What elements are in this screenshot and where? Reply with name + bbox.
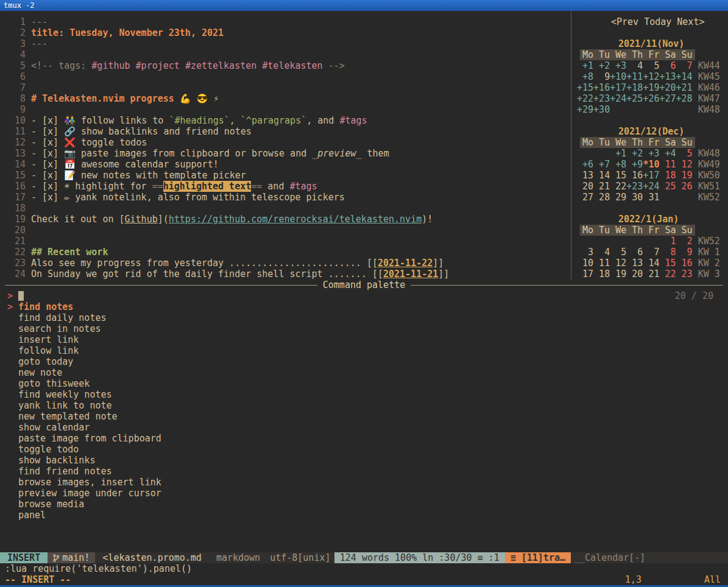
editor-line[interactable]: 12- [x] ❌ toggle todos [0,137,571,148]
calendar-day[interactable]: +23 [626,181,643,192]
calendar-day[interactable]: +8 [577,71,593,82]
calendar-day[interactable]: 20 [626,269,643,279]
calendar-day[interactable]: +30 [593,104,610,115]
calendar-day[interactable]: 18 [659,170,676,181]
calendar-day[interactable]: +17 [643,170,659,181]
calendar-day[interactable]: +23 [593,93,610,104]
palette-item[interactable]: yank link to note [0,400,728,411]
calendar-day[interactable]: 8 [659,247,676,258]
calendar-day[interactable]: 30 [626,192,643,203]
calendar-today-button[interactable]: Today [644,16,671,27]
calendar-day[interactable]: +3 [610,60,626,71]
calendar-prev-button[interactable]: <Prev [611,16,638,27]
editor-line[interactable]: 19Check it out on [Github](https://githu… [0,214,571,225]
palette-item[interactable]: insert link [0,334,728,345]
calendar-day[interactable]: 12 [610,258,626,269]
calendar-day[interactable]: 29 [610,192,626,203]
calendar-day[interactable]: 26 [676,181,693,192]
palette-prompt[interactable]: > 20 / 20 [0,290,728,301]
calendar-day[interactable]: +2 [626,148,643,159]
calendar-day[interactable]: +15 [577,82,593,93]
calendar-next-button[interactable]: Next> [677,16,704,27]
palette-item[interactable]: show backlinks [0,455,728,466]
calendar-day[interactable]: 7 [676,60,693,71]
calendar-day[interactable]: +1 [577,60,593,71]
editor-line[interactable]: 15- [x] 📝 new notes with template picker [0,170,571,181]
palette-item[interactable]: paste image from clipboard [0,433,728,444]
editor-line[interactable]: 3--- [0,38,571,49]
calendar-day[interactable]: 17 [577,269,593,279]
calendar-day[interactable]: 1 [659,236,676,247]
calendar-day[interactable]: +10 [610,71,626,82]
calendar-day[interactable]: +7 [593,159,610,170]
calendar-day[interactable]: 6 [626,247,643,258]
calendar-day[interactable]: 22 [659,269,676,279]
calendar-day[interactable]: +9 [626,159,643,170]
editor-line[interactable]: 1--- [0,16,571,27]
palette-item[interactable]: find weekly notes [0,389,728,400]
calendar-day[interactable]: 11 [659,159,676,170]
editor-line[interactable]: 20 [0,225,571,236]
calendar-day[interactable]: +29 [577,104,593,115]
calendar-day[interactable]: 5 [610,247,626,258]
editor-line[interactable]: 10- [x] 👫 follow links to `#headings`, `… [0,115,571,126]
palette-item[interactable]: goto thisweek [0,378,728,389]
calendar-day[interactable]: +18 [626,82,643,93]
calendar-day[interactable]: +1 [610,148,626,159]
palette-item[interactable]: show calendar [0,422,728,433]
calendar-day[interactable]: +11 [626,71,643,82]
calendar-day[interactable]: +19 [643,82,659,93]
editor-line[interactable]: 13- [x] 📷 paste images from clipboard or… [0,148,571,159]
command-line[interactable]: :lua require('telekasten').panel() [0,563,728,574]
calendar-day[interactable]: +14 [676,71,693,82]
palette-item[interactable]: toggle todo [0,444,728,455]
calendar-day[interactable]: +24 [610,93,626,104]
calendar-day[interactable]: 31 [643,192,659,203]
calendar-day[interactable]: 13 [577,170,593,181]
editor-line[interactable]: 11- [x] 🔗 show backlinks and friend note… [0,126,571,137]
palette-selected-item[interactable]: > find notes [0,301,728,312]
palette-item[interactable]: panel [0,510,728,521]
editor-line[interactable]: 22## Recent work [0,247,571,258]
calendar-day[interactable]: 16 [626,170,643,181]
calendar-day[interactable]: 28 [593,192,610,203]
calendar-day[interactable]: 19 [610,269,626,279]
calendar-day[interactable]: 4 [593,247,610,258]
calendar-day[interactable]: +16 [593,82,610,93]
calendar-day[interactable]: 21 [643,269,659,279]
calendar-day[interactable]: 15 [659,258,676,269]
palette-item[interactable]: new note [0,367,728,378]
editor-line[interactable]: 6 [0,71,571,82]
editor-line[interactable]: 18 [0,203,571,214]
calendar-day[interactable]: +4 [659,148,676,159]
calendar-day[interactable]: 12 [676,159,693,170]
editor-line[interactable]: 17- [x] ✏ yank notelink, also from withi… [0,192,571,203]
calendar-day[interactable]: 13 [626,258,643,269]
calendar-day[interactable]: +21 [676,82,693,93]
calendar-day[interactable]: +27 [659,93,676,104]
calendar-day[interactable]: 10 [577,258,593,269]
calendar-day[interactable]: 15 [610,170,626,181]
calendar-day[interactable]: 11 [593,258,610,269]
calendar-day[interactable]: +26 [643,93,659,104]
editor-line[interactable]: 24On Sunday we got rid of the daily find… [0,269,571,279]
editor-line[interactable]: 4 [0,49,571,60]
calendar-day[interactable]: 18 [593,269,610,279]
calendar-day[interactable]: +17 [610,82,626,93]
calendar-day[interactable]: 3 [577,247,593,258]
palette-item[interactable]: browse media [0,499,728,510]
editor-pane[interactable]: 1---2title: Tuesday, November 23th, 2021… [0,11,571,279]
calendar-day[interactable]: 22 [610,181,626,192]
calendar-day[interactable]: +3 [643,148,659,159]
calendar-day[interactable]: +2 [593,60,610,71]
calendar-day[interactable]: 14 [593,170,610,181]
calendar-day[interactable]: +13 [659,71,676,82]
calendar-day[interactable]: 4 [626,60,643,71]
calendar-day[interactable]: +28 [676,93,693,104]
palette-item[interactable]: goto today [0,356,728,367]
palette-item[interactable]: browse images, insert link [0,477,728,488]
editor-line[interactable]: 5<!-- tags: #github #project #zettelkast… [0,60,571,71]
calendar-day[interactable]: 19 [676,170,693,181]
calendar-day[interactable]: 9 [593,71,610,82]
calendar-day[interactable]: 7 [643,247,659,258]
